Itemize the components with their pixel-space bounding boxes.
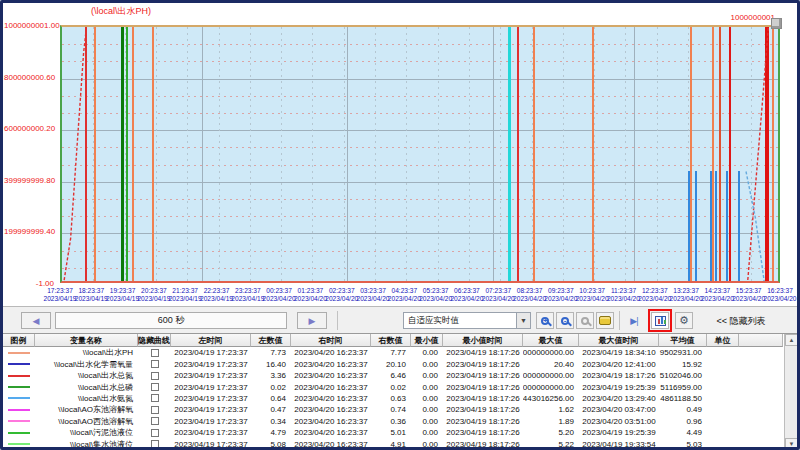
cell-right_time: 2023/04/20 16:23:37: [291, 416, 371, 427]
column-header[interactable]: 图例: [3, 334, 35, 347]
table-scrollbar[interactable]: ▲ ▼: [784, 334, 797, 450]
table-row[interactable]: \\local\污泥池液位2023/04/19 17:23:374.792023…: [3, 427, 783, 438]
cell-unit: [707, 393, 739, 404]
cell-max_time: 2023/04/20 03:47:00: [579, 404, 659, 415]
x-axis-tick-label: 22:23:372023/04/19: [200, 287, 234, 303]
table-row[interactable]: \\local\出水总氮2023/04/19 17:23:373.362023/…: [3, 370, 783, 381]
cell-max_time: 2023/04/19 19:25:39: [579, 427, 659, 438]
y-axis-tick-label: 600000000.20: [4, 124, 54, 133]
table-row[interactable]: \\local\出水氨氮2023/04/19 17:23:370.642023/…: [3, 393, 783, 404]
x-axis-tick-label: 06:23:372023/04/20: [450, 287, 484, 303]
cell-legend: [3, 393, 35, 404]
trend-toolbar: ◀ 600 秒 ▶ 自适应实时值 ▼ + - ▶|: [3, 306, 797, 334]
hide-curve-checkbox[interactable]: [151, 349, 159, 357]
chart-settings-button-highlighted[interactable]: [651, 312, 669, 329]
hide-curve-checkbox[interactable]: [151, 394, 159, 402]
cell-right_time: 2023/04/20 16:23:37: [291, 393, 371, 404]
cell-right_time: 2023/04/20 16:23:37: [291, 370, 371, 381]
zoom-reset-button[interactable]: [576, 312, 594, 329]
cell-legend: [3, 370, 35, 381]
play-to-end-button[interactable]: ▶|: [625, 312, 643, 329]
statistics-table: 图例变量名称隐藏曲线左时间左数值右时间右数值最小值最小值时间最大值最大值时间平均…: [3, 334, 797, 450]
cell-name: \\local\出水氨氮: [35, 393, 138, 404]
table-row[interactable]: \\local\出水总磷2023/04/19 17:23:370.022023/…: [3, 381, 783, 392]
column-header[interactable]: 隐藏曲线: [138, 334, 171, 347]
zoom-in-button[interactable]: +: [536, 312, 554, 329]
x-axis-tick-label: 23:23:372023/04/19: [231, 287, 265, 303]
column-header[interactable]: 平均值: [659, 334, 707, 347]
time-span-field[interactable]: 600 秒: [55, 312, 287, 329]
table-row[interactable]: \\local\AO西池溶解氧2023/04/19 17:23:370.3420…: [3, 416, 783, 427]
zoom-out-button[interactable]: -: [556, 312, 574, 329]
table-row[interactable]: \\local\AO东池溶解氧2023/04/19 17:23:370.4720…: [3, 404, 783, 415]
hide-curve-checkbox[interactable]: [151, 383, 159, 391]
cell-left_value: 3.36: [251, 370, 291, 381]
y-axis-tick-label: 1000000001.00: [4, 21, 54, 30]
table-row[interactable]: \\local\出水化学需氧量2023/04/19 17:23:3716.402…: [3, 358, 783, 369]
hide-curve-checkbox[interactable]: [151, 429, 159, 437]
right-axis-max-label: 1000000001: [731, 13, 776, 22]
column-header[interactable]: 最小值时间: [443, 334, 523, 347]
cell-unit: [707, 416, 739, 427]
x-axis-tick-label: 19:23:372023/04/19: [106, 287, 140, 303]
table-header-row: 图例变量名称隐藏曲线左时间左数值右时间右数值最小值最小值时间最大值最大值时间平均…: [3, 334, 783, 347]
legend-color-swatch: [8, 432, 30, 434]
column-header[interactable]: 左时间: [171, 334, 251, 347]
legend-color-swatch: [8, 409, 30, 411]
cell-max_time: 2023/04/20 12:41:00: [579, 358, 659, 369]
scroll-down-button[interactable]: ▼: [785, 438, 798, 450]
pan-right-button[interactable]: ▶: [297, 312, 327, 329]
cell-left_value: 0.34: [251, 416, 291, 427]
cell-legend: [3, 381, 35, 392]
cell-min_time: 2023/04/19 18:17:26: [443, 381, 523, 392]
table-row[interactable]: \\local\出水PH2023/04/19 17:23:377.732023/…: [3, 347, 783, 358]
hide-curve-checkbox[interactable]: [151, 406, 159, 414]
hide-curve-checkbox[interactable]: [151, 417, 159, 425]
scroll-up-button[interactable]: ▲: [785, 334, 798, 346]
column-header[interactable]: 最大值时间: [579, 334, 659, 347]
x-axis-tick-label: 15:23:372023/04/20: [732, 287, 766, 303]
cell-min: 0.00: [411, 393, 443, 404]
cell-legend: [3, 427, 35, 438]
hide-curve-checkbox[interactable]: [151, 440, 159, 448]
column-header[interactable]: 单位: [707, 334, 739, 347]
value-mode-select[interactable]: 自适应实时值 ▼: [403, 312, 531, 329]
column-header-filler: [739, 334, 783, 347]
cell-right_time: 2023/04/20 16:23:37: [291, 404, 371, 415]
column-header[interactable]: 变量名称: [35, 334, 138, 347]
cell-legend: [3, 416, 35, 427]
hide-list-button[interactable]: << 隐藏列表: [691, 315, 791, 328]
snapshot-button[interactable]: [596, 312, 614, 329]
cell-avg: 4.49: [659, 427, 707, 438]
cell-hide: [138, 416, 171, 427]
column-header[interactable]: 最小值: [411, 334, 443, 347]
cell-right_value: 6.46: [371, 370, 411, 381]
plot-resize-grip[interactable]: [771, 18, 782, 29]
cell-left_value: 7.73: [251, 347, 291, 358]
cell-hide: [138, 404, 171, 415]
column-header[interactable]: 左数值: [251, 334, 291, 347]
cell-unit: [707, 347, 739, 358]
cell-left_time: 2023/04/19 17:23:37: [171, 347, 251, 358]
cell-hide: [138, 381, 171, 392]
table-row[interactable]: \\local\集水池液位2023/04/19 17:23:375.082023…: [3, 439, 783, 450]
x-axis-tick-label: 08:23:372023/04/20: [513, 287, 547, 303]
chevron-down-icon[interactable]: ▼: [516, 313, 530, 328]
pan-left-button[interactable]: ◀: [21, 312, 51, 329]
cell-unit: [707, 358, 739, 369]
cell-hide: [138, 393, 171, 404]
column-header[interactable]: 右数值: [371, 334, 411, 347]
cell-right_value: 5.01: [371, 427, 411, 438]
cell-max_time: 2023/04/19 18:34:10: [579, 347, 659, 358]
cell-left_time: 2023/04/19 17:23:37: [171, 427, 251, 438]
column-header[interactable]: 右时间: [291, 334, 371, 347]
trend-plot[interactable]: [60, 25, 780, 283]
y-axis-tick-label: 800000000.60: [4, 73, 54, 82]
x-axis-tick-label: 20:23:372023/04/19: [137, 287, 171, 303]
column-header[interactable]: 最大值: [523, 334, 579, 347]
hide-curve-checkbox[interactable]: [151, 372, 159, 380]
cell-left_value: 0.64: [251, 393, 291, 404]
x-axis-tick-label: 21:23:372023/04/19: [168, 287, 202, 303]
hide-curve-checkbox[interactable]: [151, 360, 159, 368]
x-axis-tick-label: 02:23:372023/04/20: [325, 287, 359, 303]
